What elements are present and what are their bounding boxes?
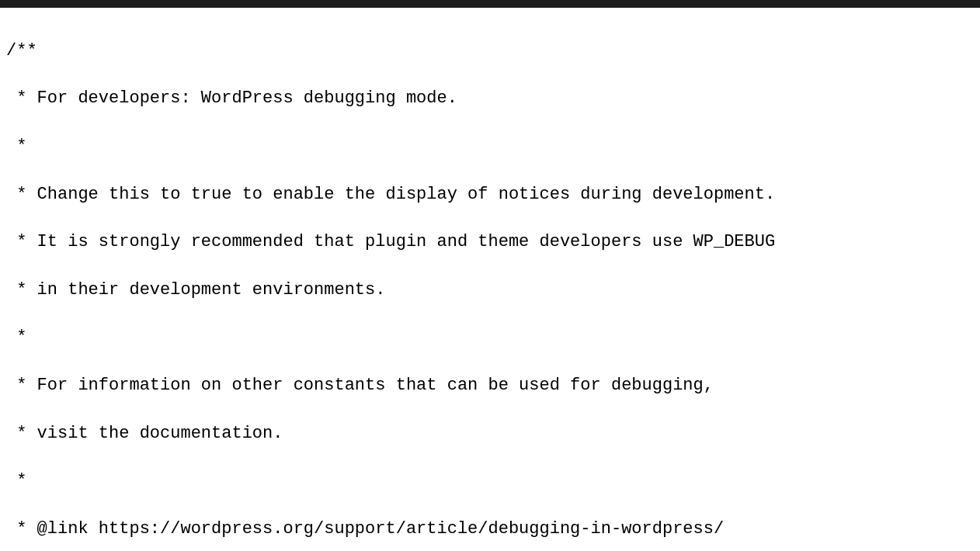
code-line: * For developers: WordPress debugging mo… bbox=[3, 87, 977, 111]
code-line: * bbox=[3, 326, 977, 350]
code-line: /** bbox=[3, 40, 977, 64]
code-line: * It is strongly recommended that plugin… bbox=[3, 230, 977, 255]
code-line: * bbox=[3, 470, 977, 494]
code-line: * visit the documentation. bbox=[3, 422, 977, 446]
code-line: * For information on other constants tha… bbox=[3, 374, 977, 398]
code-line: * Change this to true to enable the disp… bbox=[3, 183, 977, 207]
code-line: * in their development environments. bbox=[3, 279, 977, 303]
code-editor[interactable]: /** * For developers: WordPress debuggin… bbox=[0, 8, 980, 551]
code-line: * @link https://wordpress.org/support/ar… bbox=[3, 518, 977, 542]
code-line: * bbox=[3, 135, 977, 159]
